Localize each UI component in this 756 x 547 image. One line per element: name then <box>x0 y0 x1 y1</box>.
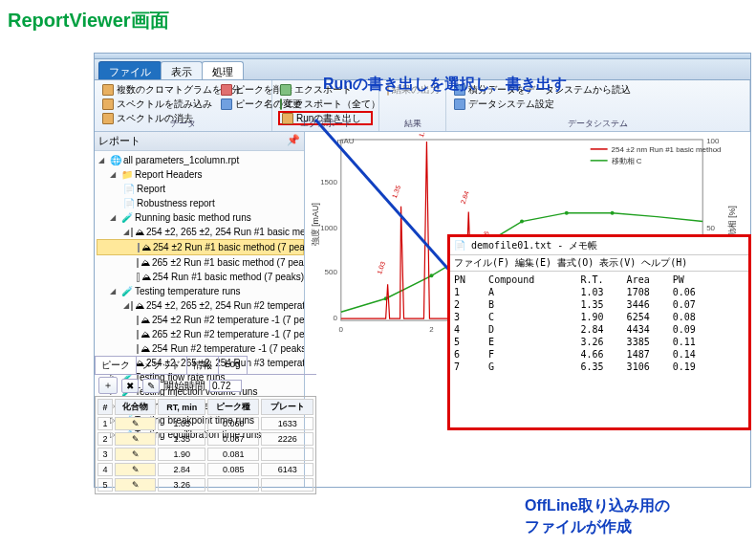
svg-line-33 <box>315 120 468 292</box>
label: 254 Run #2 temperature -1 (7 peaks) <box>152 341 304 356</box>
label: Testing temperature runs <box>135 284 241 298</box>
tab-peak[interactable]: ピーク <box>95 356 137 374</box>
btn-edit-peak[interactable]: ✎ <box>142 379 160 393</box>
label: 254 ±2 Run #2 temperature -1 (7 peaks) <box>152 313 304 327</box>
tree-report-headers[interactable]: ◢📁Report Headers <box>97 167 304 182</box>
callout2-line1: OffLine取り込み用の <box>525 495 670 516</box>
start-time-input[interactable] <box>209 380 242 392</box>
label: エクスポート（全て） <box>285 98 380 111</box>
tree-temp-runs[interactable]: ◢🧪Testing temperature runs <box>97 284 304 298</box>
tree-run1[interactable]: ◢⛰254 ±2, 265 ±2, 254 Run #1 basic metho… <box>97 225 304 239</box>
table-row[interactable]: 1✎1.030.0601633 <box>97 417 313 430</box>
tree-temp1-254b[interactable]: ⛰254 Run #2 temperature -1 (7 peaks) <box>97 341 304 356</box>
tree-temp1-254[interactable]: ⛰254 ±2 Run #2 temperature -1 (7 peaks) <box>97 313 304 327</box>
tree-panel-title: レポート <box>98 134 140 148</box>
tree-report[interactable]: 📄Report <box>97 182 304 196</box>
peak-table[interactable]: # 化合物 RT, min ピーク種 プレート 1✎1.030.06016332… <box>95 396 316 494</box>
label: データシステム設定 <box>468 98 554 111</box>
tree-root[interactable]: ◢🌐all parameters_1column.rpt <box>97 153 304 167</box>
label: 254 ±2, 265 ±2, 254 Run #2 temperature -… <box>146 298 304 313</box>
tree-temp1[interactable]: ◢⛰254 ±2, 265 ±2, 254 Run #2 temperature… <box>97 298 304 313</box>
table-row[interactable]: 3✎1.900.081 <box>97 448 313 461</box>
callout2-line2: ファイルが作成 <box>525 516 670 537</box>
col-num: # <box>97 399 113 415</box>
tab-view[interactable]: 表示 <box>161 61 203 79</box>
svg-text:移動相 C: 移動相 C <box>612 157 642 165</box>
label: Robustness report <box>137 196 215 210</box>
callout-run-export: Runの書き出しを選択し、書き出す <box>323 75 567 95</box>
label: 254 ±2 Run #1 basic method (7 peaks) <box>153 240 304 254</box>
tree-robustness[interactable]: 📄Robustness report <box>97 196 304 210</box>
peak-table-header: # 化合物 RT, min ピーク種 プレート <box>97 399 313 415</box>
tab-file[interactable]: ファイル <box>98 61 162 79</box>
tree-temp1-265[interactable]: ⛰265 ±2 Run #2 temperature -1 (7 peaks) <box>97 327 304 341</box>
col-rt: RT, min <box>158 399 205 415</box>
tree-run1-254b[interactable]: ⛰254 Run #1 basic method (7 peaks) <box>97 270 304 284</box>
tab-method[interactable]: メソッド <box>136 356 187 374</box>
table-row[interactable]: 5✎3.26 <box>97 478 313 492</box>
svg-point-17 <box>520 220 524 224</box>
btn-remove-peak[interactable]: ✖ <box>121 379 139 393</box>
svg-text:50: 50 <box>706 224 715 232</box>
notepad-menubar[interactable]: ファイル(F) 編集(E) 書式(O) 表示(V) ヘルプ(H) <box>450 255 748 272</box>
tab-log[interactable]: Log <box>218 356 248 374</box>
notepad-title-text: demofile01.txt - メモ帳 <box>471 240 597 251</box>
label: 265 ±2 Run #1 basic method (7 peaks) <box>152 255 304 270</box>
group-label-data: データ <box>95 117 271 131</box>
svg-text:0: 0 <box>333 314 337 322</box>
tab-info[interactable]: 情報 <box>186 356 219 374</box>
ribbon-group-data: 複数のクロマトグラムを積分 ピークを削除 スペクトルを読み込み ピーク名の変更 … <box>95 80 272 131</box>
tab-process[interactable]: 処理 <box>202 61 244 79</box>
label: 265 ±2 Run #2 temperature -1 (7 peaks) <box>152 327 304 341</box>
page-main-title: ReportViewer画面 <box>8 8 756 33</box>
tree-basic-runs[interactable]: ◢🧪Running basic method runs <box>97 210 304 225</box>
table-row[interactable]: 4✎2.840.0856143 <box>97 463 313 476</box>
btn-add-peak[interactable]: ＋ <box>98 377 118 394</box>
btn-datasystem-settings[interactable]: データシステム設定 <box>452 97 744 111</box>
label: all parameters_1column.rpt <box>123 153 239 167</box>
notepad-titlebar: 📄 demofile01.txt - メモ帳 <box>450 237 748 255</box>
label: スペクトルを読み込み <box>117 98 212 111</box>
label: Running basic method runs <box>135 210 251 225</box>
svg-point-18 <box>565 211 569 215</box>
pin-icon[interactable]: 📌 <box>287 134 300 148</box>
svg-point-19 <box>611 211 615 215</box>
svg-text:0: 0 <box>339 325 344 334</box>
col-plate: プレート <box>261 399 313 415</box>
svg-text:100: 100 <box>706 137 720 145</box>
notepad-body[interactable]: PN Compound R.T. Area PW 1 A 1.03 1708 0… <box>450 272 748 375</box>
table-row[interactable]: 2✎1.350.0672226 <box>97 432 313 446</box>
peak-tabstrip: ピーク メソッド 情報 Log <box>95 356 316 375</box>
peak-table-panel: ピーク メソッド 情報 Log ＋ ✖ ✎ 開始時間 # 化合物 RT, min… <box>95 356 316 492</box>
svg-text:2: 2 <box>429 325 434 334</box>
label: Report <box>137 182 165 196</box>
btn-export-all[interactable]: エクスポート（全て） <box>278 97 373 111</box>
label: 254 Run #1 basic method (7 peaks) <box>153 270 304 284</box>
label: 254 ±2, 265 ±2, 254 Run #1 basic method … <box>146 225 304 239</box>
peak-toolbar: ＋ ✖ ✎ 開始時間 <box>95 375 316 396</box>
col-compound: 化合物 <box>115 399 156 415</box>
col-ptype: ピーク種 <box>207 399 259 415</box>
svg-text:254 ±2 nm Run #1 basic method: 254 ±2 nm Run #1 basic method <box>612 145 722 154</box>
callout-offline-file: OffLine取り込み用の ファイルが作成 <box>525 495 670 537</box>
tree-run1-254[interactable]: ⛰254 ±2 Run #1 basic method (7 peaks) <box>97 239 304 255</box>
tree-panel-header: レポート 📌 <box>95 132 304 151</box>
label: Report Headers <box>135 167 203 182</box>
start-time-label: 開始時間 <box>163 379 205 393</box>
notepad-window: 📄 demofile01.txt - メモ帳 ファイル(F) 編集(E) 書式(… <box>447 234 751 430</box>
tree-run1-265[interactable]: ⛰265 ±2 Run #1 basic method (7 peaks) <box>97 255 304 270</box>
